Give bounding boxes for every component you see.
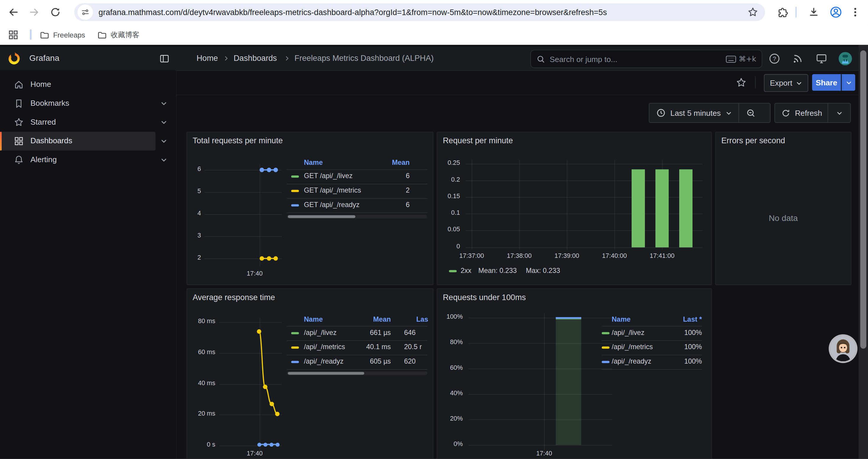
download-icon[interactable] [808,6,819,18]
kiosk-monitor-icon[interactable] [815,53,828,65]
series-name[interactable]: GET /api/_/livez [304,172,353,180]
page-scrollbar-thumb[interactable] [860,51,867,349]
gridline [468,318,612,319]
legend-header-name[interactable]: Name [612,316,630,323]
series-name[interactable]: 2xx [461,267,471,274]
legend-header-last[interactable]: Last * [683,316,702,323]
y-axis-tick-label: 80% [437,339,463,345]
breadcrumb-home[interactable]: Home [196,54,218,63]
panel-request-per-minute: Request per minute 0.250.20.150.10.05017… [437,132,712,285]
bookmark-star-icon[interactable] [747,6,758,18]
export-button[interactable]: Export [764,74,808,92]
legend-header-mean[interactable]: Mean [373,316,391,323]
y-axis-tick-label: 60% [437,364,463,371]
sidebar-item-alerting[interactable]: Alerting [0,151,176,169]
bookmark-icon [14,99,24,109]
reload-icon[interactable] [50,6,61,18]
assistant-avatar[interactable] [831,336,856,361]
sidebar-item-dashboards[interactable]: Dashboards [0,132,176,151]
series-name[interactable]: /api/_/livez [612,329,644,336]
time-range-picker[interactable]: Last 5 minutes [649,108,739,117]
address-bar[interactable]: grafana.mathmast.com/d/deytv4rwavabkb/fr… [74,3,765,21]
legend-row[interactable]: /api/_/metrics 100% [602,341,702,355]
legend-row[interactable]: /api/_/readyz 605 µs 620 [287,355,428,370]
breadcrumb-page-title: Freeleaps Metrics Dashboard (ALPHA) [294,54,434,63]
news-rss-icon[interactable] [792,53,804,65]
series-name[interactable]: /api/_/readyz [304,357,344,365]
y-axis-tick-label: 0.25 [437,160,460,166]
sidebar: Home Bookmarks Starred Dashboards [0,70,177,459]
clock-icon [656,108,665,117]
legend-row[interactable]: /api/_/readyz 100% [602,355,702,370]
extensions-icon[interactable] [777,6,788,18]
search-input[interactable]: Search or jump to... ⌘+k [530,50,762,68]
legend-row[interactable]: GET /api/_/metrics 2 [287,184,428,199]
refresh-button[interactable]: Refresh [775,108,828,117]
page-scrollbar[interactable] [859,45,868,459]
share-menu-button[interactable] [841,74,855,91]
series-last: 100% [684,329,702,336]
user-avatar[interactable] [839,52,852,65]
chevron-down-icon[interactable] [160,157,167,163]
share-button[interactable]: Share [812,74,841,91]
series-name[interactable]: GET /api/_/metrics [304,186,361,194]
bookmark-folder-freeleaps[interactable]: Freeleaps [40,28,85,42]
back-icon[interactable] [8,6,19,18]
bar-chart: 0.250.20.150.10.05017:37:0017:38:0017:39… [437,132,711,285]
favorite-star-icon[interactable] [736,77,746,88]
sidebar-item-starred[interactable]: Starred [0,113,176,132]
chevron-down-icon [836,110,842,116]
sidebar-toggle-icon[interactable] [159,54,169,64]
panel-requests-under-100ms: Requests under 100ms 100%80%60%40%20%0%1… [437,288,712,459]
legend-header-mean[interactable]: Mean [392,159,410,167]
chevron-down-icon[interactable] [160,119,167,126]
search-icon [536,55,546,64]
series-color-dash [602,332,610,334]
legend-row[interactable]: /api/_/metrics 40.1 ms 20.5 r [287,341,428,355]
grafana-logo[interactable] [7,51,22,66]
legend-scrollbar-thumb[interactable] [288,372,364,374]
legend-header-name[interactable]: Name [304,159,323,167]
bar [655,169,669,248]
browser-menu-icon[interactable] [854,6,857,18]
series-last: 100% [684,357,702,365]
grafana-brand[interactable]: Grafana [29,53,59,63]
bookmark-folder-blogs[interactable]: 收藏博客 [97,28,140,42]
export-label: Export [770,78,793,88]
legend-row[interactable]: GET /api/_/readyz 6 [287,199,428,213]
apps-grid-icon[interactable] [8,30,18,40]
legend-scrollbar[interactable] [287,215,428,219]
y-axis-tick-label: 6 [187,165,201,172]
folder-icon [97,30,107,40]
data-point [275,442,279,446]
series-name[interactable]: /api/_/metrics [304,343,345,351]
sidebar-item-bookmarks[interactable]: Bookmarks [0,94,176,113]
series-name[interactable]: /api/_/livez [304,329,337,336]
help-icon[interactable]: ? [769,53,780,65]
site-settings-icon[interactable] [78,4,93,20]
legend-row[interactable]: GET /api/_/livez 6 [287,170,428,184]
chevron-down-icon[interactable] [160,100,167,107]
url-text[interactable]: grafana.mathmast.com/d/deytv4rwavabkb/fr… [99,8,607,17]
forward-icon[interactable] [29,6,39,18]
series-color-dash [291,204,299,206]
refresh-interval-button[interactable] [828,110,850,116]
profile-icon[interactable] [829,6,843,19]
series-name[interactable]: /api/_/metrics [612,343,653,351]
series-name[interactable]: GET /api/_/readyz [304,201,360,208]
legend-row[interactable]: /api/_/livez 661 µs 646 [287,326,428,341]
legend-scrollbar-thumb[interactable] [288,215,355,218]
series-name[interactable]: /api/_/readyz [612,357,651,365]
chevron-down-icon[interactable] [160,138,167,144]
gridline [519,160,520,250]
panel-title[interactable]: Errors per second [721,136,785,145]
legend-row[interactable]: /api/_/livez 100% [602,326,702,341]
legend-header-last[interactable]: Las [416,316,428,323]
x-axis-tick-label: 17:38:00 [496,252,542,259]
breadcrumb-dashboards[interactable]: Dashboards [234,54,277,63]
legend-header-name[interactable]: Name [304,316,323,323]
legend-header-row: Name Mean [287,158,428,170]
zoom-out-time-button[interactable] [739,108,763,118]
legend-scrollbar[interactable] [287,371,428,375]
sidebar-item-home[interactable]: Home [0,75,176,94]
